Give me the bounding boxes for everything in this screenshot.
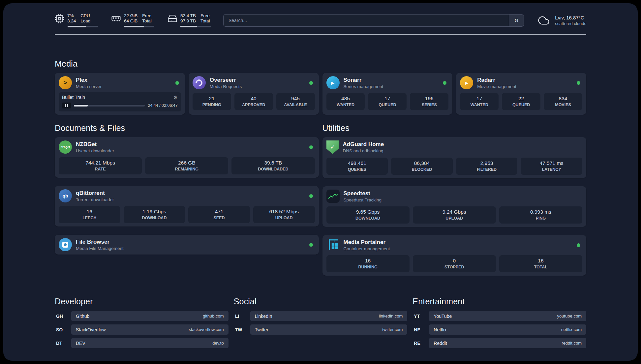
stat-label: QUEUED: [369, 103, 405, 107]
bookmark-stackoverflow[interactable]: SO StackOverflow stackoverflow.com: [55, 324, 229, 335]
stat-value: 22: [503, 96, 539, 102]
bookmark-linkedin[interactable]: LI LinkedIn linkedin.com: [234, 311, 408, 321]
bookmark-abbr: SO: [55, 327, 71, 332]
stat-label: DOWNLOAD: [125, 216, 184, 220]
dashboard: 7% CPU 3.24 Load 22 GiB Free: [3, 3, 638, 361]
search-engine-button[interactable]: G: [509, 15, 524, 26]
utilities-cards: ✓ AdGuard Home DNS and adblocking 498,46…: [322, 137, 587, 276]
app-card-portainer[interactable]: Media Portainer Container management 16R…: [322, 235, 587, 276]
stat-tile: 21PENDING: [193, 93, 231, 110]
bookmark-youtube[interactable]: YT YouTube youtube.com: [412, 311, 586, 321]
card-header: Media Portainer Container management: [326, 238, 583, 252]
app-meta: AdGuard Home DNS and adblocking: [343, 141, 583, 154]
bookmark-bar: DEV dev.to: [71, 338, 229, 348]
bookmark-reddit[interactable]: RE Reddit reddit.com: [412, 338, 586, 348]
stat-tile: 2,953FILTERED: [456, 158, 518, 175]
app-desc: Speedtest Tracking: [344, 197, 583, 203]
bookmark-group-entertainment: Entertainment YT YouTube youtube.com NF …: [412, 297, 586, 348]
app-name: Plex: [76, 76, 171, 83]
stat-label: SEED: [190, 216, 249, 220]
qbittorrent-icon: qb: [59, 189, 72, 202]
media-cards-row: > Plex Media server Bullet Train ⚙ 24:44…: [55, 73, 586, 115]
stat-label: RATE: [60, 167, 140, 171]
app-card-overseerr[interactable]: Overseerr Media Requests 21PENDING 40APP…: [189, 73, 319, 115]
weather-condition: scattered clouds: [555, 21, 586, 26]
bookmark-bar: Twitter twitter.com: [250, 324, 408, 335]
stat-value: 9.65 Gbps: [328, 209, 408, 215]
app-name: Overseerr: [210, 76, 305, 83]
stats-row: 9.65 GbpsDOWNLOAD 9.24 GbpsUPLOAD 0.993 …: [326, 206, 583, 224]
weather-location: Lviv, 16.87°C: [555, 15, 586, 20]
bookmark-bar: StackOverflow stackoverflow.com: [71, 324, 229, 335]
gear-icon[interactable]: ⚙: [173, 95, 177, 100]
stat-value: 86,384: [392, 160, 451, 166]
app-card-plex[interactable]: > Plex Media server Bullet Train ⚙ 24:44…: [55, 73, 185, 115]
bookmark-abbr: RE: [412, 341, 429, 346]
status-dot: [309, 243, 313, 247]
bookmark-name: Reddit: [434, 341, 447, 346]
ram-free-value: 22 GiB: [124, 13, 137, 18]
pause-button[interactable]: [62, 103, 71, 108]
app-card-filebrowser[interactable]: File Browser Media File Management: [55, 235, 319, 255]
card-header: ▶ Sonarr Series management: [326, 76, 449, 89]
weather-text: Lviv, 16.87°C scattered clouds: [555, 15, 586, 26]
bookmark-dev[interactable]: DT DEV dev.to: [55, 338, 229, 348]
app-card-qbittorrent[interactable]: qb qBittorrent Torrent downloader 16LEEC…: [55, 186, 319, 227]
bookmark-name: Github: [76, 314, 89, 319]
plex-icon: >: [59, 76, 72, 89]
bookmark-url: dev.to: [212, 341, 224, 346]
card-header: Overseerr Media Requests: [193, 76, 315, 89]
stat-label: AVAILABLE: [278, 103, 314, 107]
system-metrics: 7% CPU 3.24 Load 22 GiB Free: [55, 13, 211, 27]
app-meta: qBittorrent Torrent downloader: [76, 190, 305, 202]
ram-progress-track: [124, 26, 154, 27]
bookmark-bar: LinkedIn linkedin.com: [250, 311, 408, 321]
stat-value: 2,953: [457, 160, 516, 166]
sonarr-icon: ▶: [326, 76, 340, 89]
search-input[interactable]: [223, 14, 524, 27]
app-desc: Container management: [344, 246, 573, 252]
ram-free-label: Free: [142, 13, 152, 18]
search-bar: G: [223, 14, 524, 27]
app-card-nzbget[interactable]: nzbget NZBGet Usenet downloader 744.21 M…: [55, 137, 319, 178]
stat-value: 498,461: [328, 160, 387, 166]
stat-tile: 17QUEUED: [368, 93, 407, 110]
app-card-adguard[interactable]: ✓ AdGuard Home DNS and adblocking 498,46…: [322, 137, 587, 178]
stat-value: 47.571 ms: [522, 160, 581, 166]
app-card-speedtest[interactable]: Speedtest Speedtest Tracking 9.65 GbpsDO…: [322, 186, 587, 227]
bookmark-name: LinkedIn: [255, 314, 272, 319]
stat-value: 16: [501, 258, 581, 264]
cpu-value: 7%: [67, 13, 76, 18]
bookmark-group-social: Social LI LinkedIn linkedin.com TW Twitt…: [234, 297, 408, 348]
speedtest-icon: [326, 190, 340, 203]
bookmark-abbr: NF: [412, 327, 429, 332]
app-name: NZBGet: [76, 141, 305, 148]
bookmark-abbr: DT: [55, 341, 71, 346]
stat-label: QUEUED: [503, 103, 539, 107]
middle-columns: Documents & Files nzbget NZBGet Usenet d…: [55, 123, 586, 276]
section-title-developer: Developer: [55, 297, 229, 306]
app-desc: Media server: [76, 84, 171, 89]
bookmark-netflix[interactable]: NF Netflix netflix.com: [412, 324, 586, 335]
stat-label: LATENCY: [522, 167, 581, 172]
playback-progress-fill: [74, 105, 88, 106]
bookmark-name: YouTube: [434, 314, 452, 319]
stat-label: DOWNLOADED: [233, 167, 313, 171]
app-card-radarr[interactable]: ▶ Radarr Movie management 17WANTED 22QUE…: [456, 73, 586, 115]
stat-tile: 485WANTED: [326, 93, 365, 110]
bookmark-groups: Developer GH Github github.com SO StackO…: [55, 297, 586, 348]
card-header: Speedtest Speedtest Tracking: [326, 190, 583, 203]
adguard-icon: ✓: [326, 140, 339, 154]
stat-label: SERIES: [411, 103, 447, 107]
stats-row: 17WANTED 22QUEUED 834MOVIES: [460, 93, 582, 110]
stat-label: WANTED: [461, 103, 497, 107]
stat-value: 9.24 Gbps: [414, 209, 495, 215]
app-name: Sonarr: [344, 76, 439, 83]
stat-tile: 0.993 msPING: [499, 206, 582, 224]
app-card-sonarr[interactable]: ▶ Sonarr Series management 485WANTED 17Q…: [322, 73, 453, 115]
playback-progress-track[interactable]: [74, 105, 145, 106]
stat-label: UPLOAD: [255, 216, 314, 220]
bookmark-github[interactable]: GH Github github.com: [55, 311, 229, 321]
bookmark-group-developer: Developer GH Github github.com SO StackO…: [55, 297, 229, 348]
bookmark-twitter[interactable]: TW Twitter twitter.com: [234, 324, 408, 335]
